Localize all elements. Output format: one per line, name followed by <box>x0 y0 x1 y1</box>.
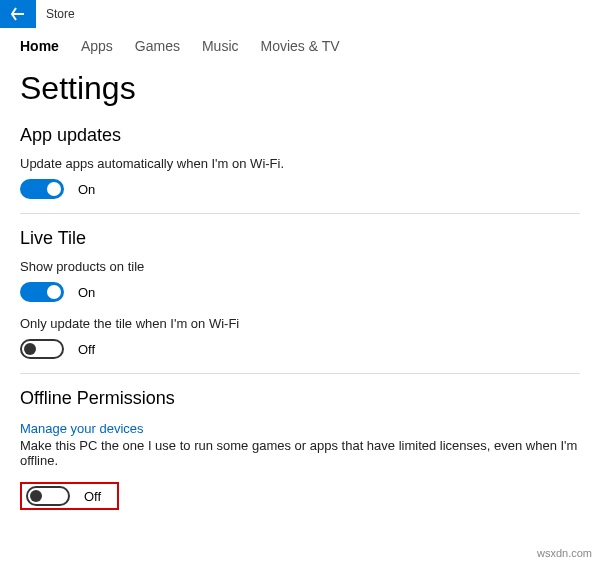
tile-wifi-row: Off <box>20 339 580 359</box>
back-arrow-icon <box>11 7 25 21</box>
tab-movies-tv[interactable]: Movies & TV <box>261 38 340 56</box>
offline-toggle-highlight: Off <box>20 482 119 510</box>
nav-tabs: Home Apps Games Music Movies & TV <box>0 28 600 64</box>
manage-devices-link[interactable]: Manage your devices <box>20 421 144 436</box>
auto-update-row: On <box>20 179 580 199</box>
offline-desc: Make this PC the one I use to run some g… <box>20 438 580 468</box>
auto-update-toggle[interactable] <box>20 179 64 199</box>
tile-wifi-desc: Only update the tile when I'm on Wi-Fi <box>20 316 580 331</box>
show-products-state: On <box>78 285 95 300</box>
tab-home[interactable]: Home <box>20 38 59 56</box>
divider <box>20 373 580 374</box>
page-title: Settings <box>20 70 580 107</box>
offline-state: Off <box>84 489 101 504</box>
section-offline-title: Offline Permissions <box>20 388 580 409</box>
auto-update-state: On <box>78 182 95 197</box>
tab-games[interactable]: Games <box>135 38 180 56</box>
tile-wifi-toggle[interactable] <box>20 339 64 359</box>
title-bar: Store <box>0 0 600 28</box>
show-products-toggle[interactable] <box>20 282 64 302</box>
auto-update-desc: Update apps automatically when I'm on Wi… <box>20 156 580 171</box>
show-products-row: On <box>20 282 580 302</box>
show-products-desc: Show products on tile <box>20 259 580 274</box>
app-title: Store <box>36 7 75 21</box>
section-live-tile-title: Live Tile <box>20 228 580 249</box>
watermark: wsxdn.com <box>537 547 592 559</box>
divider <box>20 213 580 214</box>
tab-apps[interactable]: Apps <box>81 38 113 56</box>
section-app-updates-title: App updates <box>20 125 580 146</box>
settings-content: Settings App updates Update apps automat… <box>0 70 600 510</box>
tile-wifi-state: Off <box>78 342 95 357</box>
offline-toggle[interactable] <box>26 486 70 506</box>
tab-music[interactable]: Music <box>202 38 239 56</box>
back-button[interactable] <box>0 0 36 28</box>
